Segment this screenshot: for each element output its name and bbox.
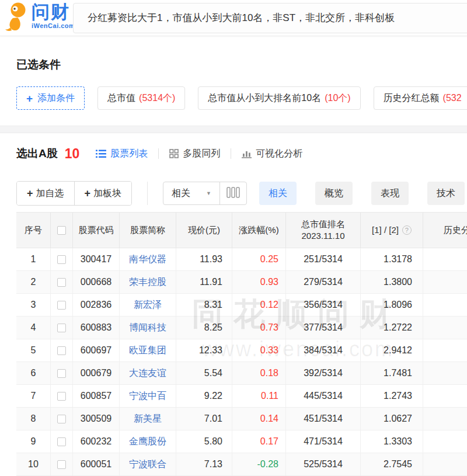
sort-dropdown-value: 相关 (172, 187, 190, 200)
table-row: 7 600857 宁波中百 9.22 0.11 445/5314 1.2743 (16, 385, 467, 408)
cell-price: 5.54 (176, 362, 232, 384)
col-label: 历史分红总额 (444, 224, 467, 236)
mode-tab-related[interactable]: 相关 (259, 182, 297, 205)
stock-name-link[interactable]: 大连友谊 (129, 367, 166, 380)
row-checkbox[interactable] (57, 255, 66, 264)
col-header-dividend[interactable]: 历史分红总额 (423, 213, 467, 248)
cell-stock-code: 300509 (73, 408, 120, 430)
cell-index: 4 (16, 317, 51, 339)
stock-name-link[interactable]: 欧亚集团 (129, 345, 166, 357)
conditions-title: 已选条件 (16, 57, 451, 72)
cell-change-percent: 0.17 (232, 430, 286, 453)
col-label: 序号 (25, 224, 42, 236)
cell-stock-code: 002836 (73, 294, 120, 316)
iwencai-logo[interactable]: 问财 iWenCai.com (5, 2, 73, 34)
stock-table: 序号 股票代码 股票简称 现价(元) 涨跌幅(%) 总市值排名 2023.11.… (16, 212, 467, 476)
mode-tab-technical[interactable]: 技术 (427, 182, 465, 205)
stock-name-link[interactable]: 南华仪器 (129, 253, 166, 266)
tab-multi-stock[interactable]: 多股同列 (169, 148, 220, 160)
column-settings-button[interactable] (219, 182, 246, 204)
cell-price: 7.01 (176, 408, 232, 430)
conditions-section: 已选条件 + 添加条件 总市值 (5314个) 总市值从小到大排名前10名 (1… (0, 36, 467, 126)
stock-name-link[interactable]: 宁波中百 (129, 390, 166, 402)
stock-name-link[interactable]: 新美星 (134, 413, 162, 425)
row-checkbox[interactable] (57, 278, 66, 287)
row-checkbox[interactable] (57, 301, 66, 310)
col-label: 涨跌幅(%) (239, 224, 278, 236)
cell-price: 11.91 (176, 271, 232, 293)
add-condition-button[interactable]: + 添加条件 (16, 86, 85, 110)
cell-stock-code: 000679 (73, 362, 120, 384)
cell-ratio: 1.8096 (361, 294, 423, 316)
toolbar-divider (147, 182, 148, 205)
stock-name-link[interactable]: 荣丰控股 (129, 276, 166, 289)
stock-name-link[interactable]: 宁波联合 (129, 458, 166, 471)
stock-name-link[interactable]: 博闻科技 (129, 322, 166, 334)
cell-ratio: 2.7545 (361, 453, 423, 475)
table-row: 6 000679 大连友谊 5.54 0.18 392/5314 1.7481 (16, 362, 467, 385)
col-header-price[interactable]: 现价(元) (176, 213, 232, 248)
stock-name-link[interactable]: 新宏泽 (134, 299, 162, 311)
cell-checkbox (51, 385, 73, 407)
row-checkbox[interactable] (57, 324, 66, 332)
results-title: 选出A股 (16, 146, 58, 161)
col-label: 股票简称 (130, 224, 165, 236)
col-header-code[interactable]: 股票代码 (73, 213, 120, 248)
condition-chip-dividend-total[interactable]: 历史分红总额 (532 (374, 86, 467, 110)
cell-checkbox (51, 430, 73, 453)
row-checkbox[interactable] (57, 460, 66, 469)
mode-tab-overview[interactable]: 概览 (315, 182, 353, 205)
col-header-index[interactable]: 序号 (16, 213, 51, 248)
chip-count: (5314个) (139, 92, 175, 105)
row-checkbox[interactable] (57, 415, 66, 423)
cell-price: 8.31 (176, 294, 232, 316)
cell-ratio: 2.9412 (361, 339, 423, 362)
cell-dividend (423, 408, 467, 430)
select-all-checkbox[interactable] (57, 226, 66, 235)
plus-icon: + (26, 93, 33, 104)
help-icon[interactable]: ? (402, 225, 412, 235)
cell-stock-name: 荣丰控股 (120, 271, 176, 293)
cell-price: 5.80 (176, 430, 232, 453)
cell-checkbox (51, 317, 73, 339)
cell-dividend (423, 362, 467, 384)
col-header-rank[interactable]: 总市值排名 2023.11.10 (286, 213, 361, 248)
cell-stock-name: 大连友谊 (120, 362, 176, 384)
cell-index: 8 (16, 408, 51, 430)
col-header-name[interactable]: 股票简称 (120, 213, 176, 248)
tab-label: 多股同列 (183, 148, 220, 160)
condition-chip-rank-top10[interactable]: 总市值从小到大排名前10名 (10个) (198, 86, 360, 110)
tab-separator (158, 148, 159, 159)
cell-checkbox (51, 339, 73, 362)
sort-dropdown[interactable]: 相关 ▼ (163, 182, 219, 204)
add-watchlist-button[interactable]: + 加自选 (17, 182, 74, 205)
col-header-change[interactable]: 涨跌幅(%) (232, 213, 286, 248)
condition-chip-market-cap[interactable]: 总市值 (5314个) (97, 86, 185, 110)
mode-tab-performance[interactable]: 表现 (371, 182, 409, 205)
col-header-ratio[interactable]: [1] / [2] ? (361, 213, 423, 248)
cell-checkbox (51, 248, 73, 270)
chip-label: 历史分红总额 (384, 92, 440, 105)
chip-count: (10个) (325, 92, 350, 105)
col-label: 现价(元) (188, 224, 220, 236)
row-checkbox[interactable] (57, 437, 66, 446)
row-checkbox[interactable] (57, 346, 66, 355)
row-checkbox[interactable] (57, 392, 66, 401)
logo-title: 问财 (32, 3, 75, 22)
tab-stock-list[interactable]: 股票列表 (96, 148, 148, 160)
cell-price: 12.33 (176, 339, 232, 362)
cell-market-cap-rank: 445/5314 (286, 385, 361, 407)
cell-change-percent: 0.93 (232, 271, 286, 293)
row-checkbox[interactable] (57, 369, 66, 378)
search-input[interactable]: 分红募资比大于1，市值从小到大前10名，非ST，非北交所，非科创板 (73, 3, 467, 33)
cell-index: 6 (16, 362, 51, 384)
tab-visual-analysis[interactable]: 可视化分析 (242, 148, 302, 160)
add-condition-label: 添加条件 (37, 92, 75, 105)
table-row: 2 000668 荣丰控股 11.91 0.93 279/5314 1.3800 (16, 271, 467, 294)
cell-change-percent: 0.33 (232, 339, 286, 362)
add-board-button[interactable]: + 加板块 (74, 182, 132, 205)
table-row: 5 600697 欧亚集团 12.33 0.33 384/5314 2.9412 (16, 339, 467, 362)
list-icon (96, 150, 106, 158)
cell-ratio: 1.0627 (361, 408, 423, 430)
stock-name-link[interactable]: 金鹰股份 (129, 436, 166, 448)
